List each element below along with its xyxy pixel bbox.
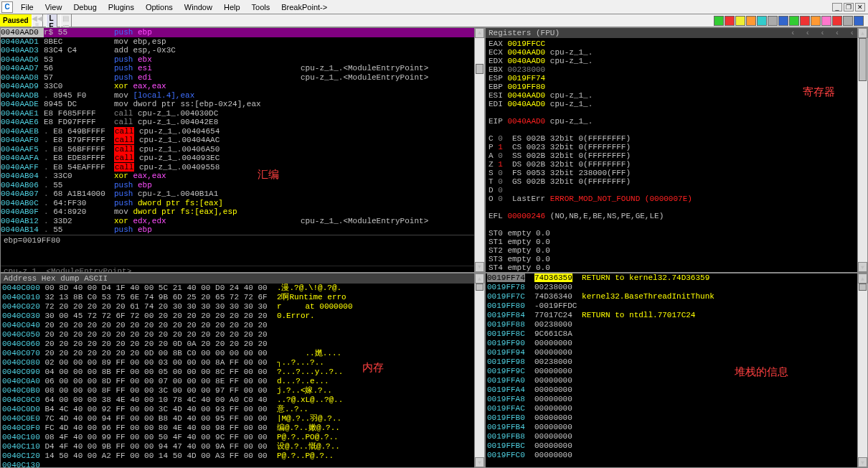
dump-row[interactable]: 0040C130 bbox=[1, 461, 484, 468]
stack-row[interactable]: 0019FF84 77017C24 RETURN to ntdll.77017C… bbox=[486, 311, 867, 320]
disasm-row[interactable]: 0040AAE6 E8 FD97FFFFcall cpu-z_1_.004042… bbox=[1, 118, 484, 127]
color-square-1[interactable] bbox=[725, 16, 735, 26]
dump-row[interactable]: 0040C010 32 13 8B C0 53 75 6E 74 9B 6D 2… bbox=[1, 293, 484, 302]
toolbar-btn-0[interactable]: ◀◀ bbox=[32, 14, 43, 22]
dump-row[interactable]: 0040C0C0 64 00 00 00 38 4E 40 00 10 78 4… bbox=[1, 396, 484, 405]
color-square-12[interactable] bbox=[843, 16, 853, 26]
stack-row[interactable]: 0019FF9C 00000000 bbox=[486, 367, 867, 376]
disasm-row[interactable]: 0040AAD8 57push edicpu-z_1_.<ModuleEntry… bbox=[1, 73, 484, 83]
register-ESP[interactable]: ESP 0019FF74 bbox=[487, 74, 866, 83]
disasm-row[interactable]: 0040AB07. 68 A1B14000push cpu-z_1_.0040B… bbox=[1, 189, 484, 199]
stack-row[interactable]: 0019FF8C 9C661C8A bbox=[486, 329, 867, 339]
dump-row[interactable]: 0040C000 00 8D 40 00 D4 1F 40 00 5C 21 4… bbox=[1, 284, 484, 293]
dump-row[interactable]: 0040C0B0 08 00 00 00 8F FF 00 00 3C 00 0… bbox=[1, 386, 484, 396]
stack-row[interactable]: 0019FFA8 00000000 bbox=[486, 395, 867, 404]
disasm-row[interactable]: 0040AB0C. 64:FF30push dword ptr fs:[eax] bbox=[1, 199, 484, 208]
disasm-row[interactable]: 0040AAFA. E8 EDE8FFFFcall cpu-z_1_.00409… bbox=[1, 154, 484, 163]
stack-panel[interactable]: 0019FF74 74D36359 RETURN to kernel32.74D… bbox=[485, 273, 868, 468]
registers-panel[interactable]: Registers (FPU) ‹‹‹‹‹ EAX 0019FFCC ECX 0… bbox=[485, 27, 868, 273]
menu-window[interactable]: Window bbox=[179, 3, 218, 11]
color-square-13[interactable] bbox=[854, 16, 864, 26]
register-ECX[interactable]: ECX 0040AAD0 cpu-z_1_. bbox=[487, 48, 866, 57]
stack-row[interactable]: 0019FF7C 74D36340 kernel32.BaseThreadIni… bbox=[486, 292, 867, 301]
disasm-row[interactable]: 0040AAD7 56push esicpu-z_1_.<ModuleEntry… bbox=[1, 64, 484, 73]
menu-tools[interactable]: Tools bbox=[246, 3, 276, 11]
disasm-row[interactable]: 0040AAF0. E8 B79FFFFFcall cpu-z_1_.00404… bbox=[1, 136, 484, 145]
dump-scrollbar[interactable]: ▲▼ bbox=[474, 273, 484, 467]
stack-row[interactable]: 0019FFBC 00000000 bbox=[486, 441, 867, 451]
dump-row[interactable]: 0040C050 20 20 20 20 20 20 20 20 20 20 2… bbox=[1, 330, 484, 340]
stack-row[interactable]: 0019FF80 -0019FFDC bbox=[486, 301, 867, 311]
dump-row[interactable]: 0040C0E0 7C 4D 40 00 94 FF 00 00 B8 4D 4… bbox=[1, 414, 484, 423]
menu-help[interactable]: Help bbox=[218, 3, 246, 11]
stack-row[interactable]: 0019FFB8 00000000 bbox=[486, 432, 867, 441]
disasm-row[interactable]: 0040AAFF. E8 54EAFFFFcall cpu-z_1_.00409… bbox=[1, 163, 484, 172]
disasm-row[interactable]: 0040AAD0 r$ 55push ebp bbox=[1, 28, 484, 37]
color-square-9[interactable] bbox=[811, 16, 821, 26]
stack-row[interactable]: 0019FFB4 00000000 bbox=[486, 423, 867, 432]
register-EDI[interactable]: EDI 0040AAD0 cpu-z_1_. bbox=[487, 100, 866, 108]
close-button[interactable]: ✕ bbox=[855, 3, 865, 11]
disasm-row[interactable]: 0040AADB. 8945 F0mov [local.4],eax bbox=[1, 91, 484, 100]
disasm-row[interactable]: 0040AAF5. E8 56BFFFFFcall cpu-z_1_.00406… bbox=[1, 145, 484, 154]
color-square-6[interactable] bbox=[778, 16, 788, 26]
disasm-row[interactable]: 0040AAD6 53push ebx bbox=[1, 55, 484, 65]
dump-row[interactable]: 0040C020 72 20 20 20 20 20 61 74 20 30 3… bbox=[1, 302, 484, 312]
disasm-row[interactable]: 0040AADE 8945 DCmov dword ptr ss:[ebp-0x… bbox=[1, 100, 484, 109]
disasm-row[interactable]: 0040AB14. 55push ebp bbox=[1, 225, 484, 235]
disasm-row[interactable]: 0040AAE1 E8 F685FFFFcall cpu-z_1_.004030… bbox=[1, 109, 484, 118]
stack-row[interactable]: 0019FFC0 00000000 bbox=[486, 451, 867, 460]
stack-row[interactable]: 0019FFB0 00000000 bbox=[486, 413, 867, 423]
stack-row[interactable]: 0019FF78 00238000 bbox=[486, 283, 867, 292]
stack-row[interactable]: 0019FFA0 00000000 bbox=[486, 376, 867, 385]
menu-debug[interactable]: Debug bbox=[67, 3, 102, 11]
color-square-11[interactable] bbox=[832, 16, 842, 26]
toolbar-letter-L[interactable]: L bbox=[46, 14, 57, 22]
disasm-row[interactable]: 0040AAD9 33C0xor eax,eax bbox=[1, 82, 484, 91]
stack-row[interactable]: 0019FFAC 00000000 bbox=[486, 404, 867, 413]
dump-row[interactable]: 0040C040 20 20 20 20 20 20 20 20 20 20 2… bbox=[1, 321, 484, 330]
register-EIP[interactable]: EIP 0040AAD0 cpu-z_1_. bbox=[487, 117, 866, 126]
dump-row[interactable]: 0040C070 20 20 20 20 20 20 20 0D 00 8B C… bbox=[1, 349, 484, 358]
stack-row[interactable]: 0019FF98 00238000 bbox=[486, 357, 867, 367]
disasm-row[interactable]: 0040AAD3 83C4 C4add esp,-0x3C bbox=[1, 46, 484, 55]
color-square-7[interactable] bbox=[789, 16, 799, 26]
disasm-row[interactable]: 0040AB12. 33D2xor edx,edxcpu-z_1_.<Modul… bbox=[1, 217, 484, 226]
menu-options[interactable]: Options bbox=[140, 3, 179, 11]
toolbar-icon-0[interactable]: ▤ bbox=[60, 14, 72, 22]
disasm-row[interactable]: 0040AAEB. E8 649BFFFFcall cpu-z_1_.00404… bbox=[1, 127, 484, 136]
disasm-row[interactable]: 0040AB06. 55push ebp bbox=[1, 181, 484, 190]
dump-row[interactable]: 0040C100 08 4F 40 00 99 FF 00 00 50 4F 4… bbox=[1, 433, 484, 442]
color-square-0[interactable] bbox=[714, 16, 724, 26]
maximize-button[interactable]: ❐ bbox=[844, 3, 854, 11]
menu-view[interactable]: View bbox=[39, 3, 68, 11]
menu-breakpoint->[interactable]: BreakPoint-> bbox=[275, 3, 333, 11]
disasm-scrollbar[interactable]: ▲▼ bbox=[474, 28, 484, 272]
dump-row[interactable]: 0040C0F0 FC 4D 40 00 96 FF 00 00 80 4E 4… bbox=[1, 423, 484, 433]
disasm-row[interactable]: 0040AB04. 33C0xor eax,eax bbox=[1, 172, 484, 181]
stack-row[interactable]: 0019FFA4 00000000 bbox=[486, 385, 867, 395]
color-square-2[interactable] bbox=[735, 16, 745, 26]
dump-row[interactable]: 0040C0A0 06 00 00 00 8D FF 00 00 07 00 0… bbox=[1, 377, 484, 386]
color-square-8[interactable] bbox=[800, 16, 810, 26]
register-EAX[interactable]: EAX 0019FFCC bbox=[487, 39, 866, 48]
color-square-3[interactable] bbox=[746, 16, 756, 26]
dump-row[interactable]: 0040C120 14 50 40 00 A2 FF 00 00 14 50 4… bbox=[1, 451, 484, 461]
stack-row[interactable]: 0019FF74 74D36359 RETURN to kernel32.74D… bbox=[486, 273, 867, 283]
dump-row[interactable]: 0040C080 02 00 00 00 89 FF 00 00 03 00 0… bbox=[1, 358, 484, 368]
color-square-5[interactable] bbox=[768, 16, 778, 26]
minimize-button[interactable]: _ bbox=[832, 3, 842, 11]
stack-row[interactable]: 0019FF90 00000000 bbox=[486, 339, 867, 348]
register-EDX[interactable]: EDX 0040AAD0 cpu-z_1_. bbox=[487, 57, 866, 65]
dump-row[interactable]: 0040C090 04 00 00 00 8B FF 00 00 05 00 0… bbox=[1, 368, 484, 377]
disassembly-panel[interactable]: 0040AAD0 r$ 55push ebp0040AAD1 8BECmov e… bbox=[0, 27, 485, 273]
menu-file[interactable]: File bbox=[15, 3, 39, 11]
color-square-4[interactable] bbox=[757, 16, 767, 26]
dump-row[interactable]: 0040C0D0 B4 4C 40 00 92 FF 00 00 3C 4D 4… bbox=[1, 405, 484, 414]
color-square-10[interactable] bbox=[821, 16, 831, 26]
menu-plugins[interactable]: Plugins bbox=[103, 3, 140, 11]
dump-row[interactable]: 0040C030 30 00 45 72 72 6F 72 00 20 20 2… bbox=[1, 312, 484, 321]
register-EFL[interactable]: EFL 00000246 (NO,NB,E,BE,NS,PE,GE,LE) bbox=[487, 212, 866, 220]
stack-scrollbar[interactable]: ▲▼ bbox=[857, 273, 867, 467]
register-EBX[interactable]: EBX 00238000 bbox=[487, 65, 866, 74]
